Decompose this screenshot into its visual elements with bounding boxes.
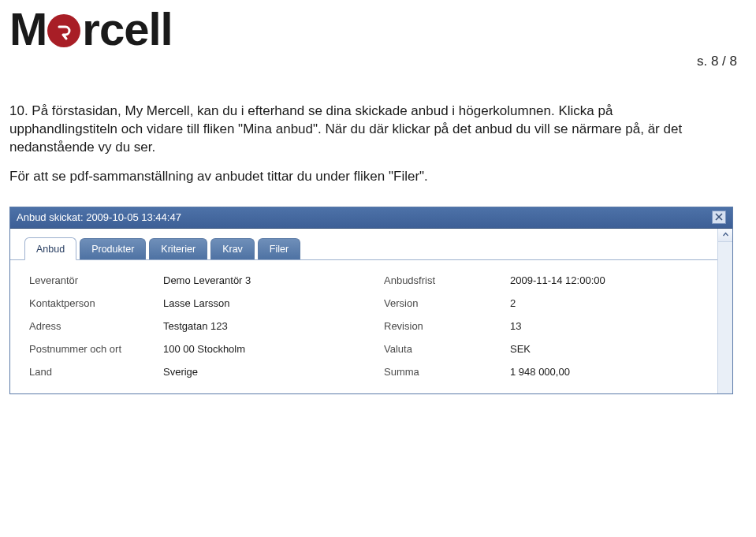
- field-value: 2: [510, 297, 668, 309]
- field-value: Demo Leverantör 3: [163, 274, 368, 286]
- field-label: Summa: [384, 366, 494, 378]
- field-value: SEK: [510, 343, 668, 355]
- bid-window-titlebar: Anbud skickat: 2009-10-05 13:44:47: [10, 207, 732, 229]
- close-button[interactable]: [712, 211, 726, 224]
- close-icon: [714, 212, 724, 222]
- logo-icon: [47, 14, 80, 47]
- field-value: 100 00 Stockholm: [163, 343, 368, 355]
- bid-window-title: Anbud skickat: 2009-10-05 13:44:47: [17, 211, 181, 223]
- tab-krav[interactable]: Krav: [210, 238, 255, 259]
- field-label: Postnummer och ort: [29, 343, 147, 355]
- field-value: 13: [510, 320, 668, 332]
- field-value: 2009-11-14 12:00:00: [510, 274, 668, 286]
- field-value: Lasse Larsson: [163, 297, 368, 309]
- scroll-up-button[interactable]: [718, 229, 732, 242]
- tab-filer[interactable]: Filer: [258, 238, 300, 259]
- bid-details: Leverantör Demo Leverantör 3 Anbudsfrist…: [10, 260, 717, 393]
- chevron-up-icon: [722, 231, 729, 238]
- instruction-text: 10. På förstasidan, My Mercell, kan du i…: [9, 103, 695, 186]
- field-label: Valuta: [384, 343, 494, 355]
- field-label: Land: [29, 366, 147, 378]
- field-label: Anbudsfrist: [384, 274, 494, 286]
- brand-logo: M rcell: [9, 6, 173, 52]
- page-number: s. 8 / 8: [697, 54, 737, 69]
- bid-window: Anbud skickat: 2009-10-05 13:44:47 Anbud…: [9, 207, 733, 394]
- field-value: Sverige: [163, 366, 368, 378]
- field-label: Adress: [29, 320, 147, 332]
- tab-kriterier[interactable]: Kriterier: [149, 238, 207, 259]
- field-label: Version: [384, 297, 494, 309]
- field-label: Revision: [384, 320, 494, 332]
- field-label: Leverantör: [29, 274, 147, 286]
- tab-anbud[interactable]: Anbud: [24, 237, 76, 260]
- tab-strip: Anbud Produkter Kriterier Krav Filer: [10, 229, 717, 260]
- field-value: 1 948 000,00: [510, 366, 668, 378]
- field-value: Testgatan 123: [163, 320, 368, 332]
- field-label: Kontaktperson: [29, 297, 147, 309]
- scrollbar[interactable]: [717, 229, 732, 393]
- tab-produkter[interactable]: Produkter: [80, 238, 146, 259]
